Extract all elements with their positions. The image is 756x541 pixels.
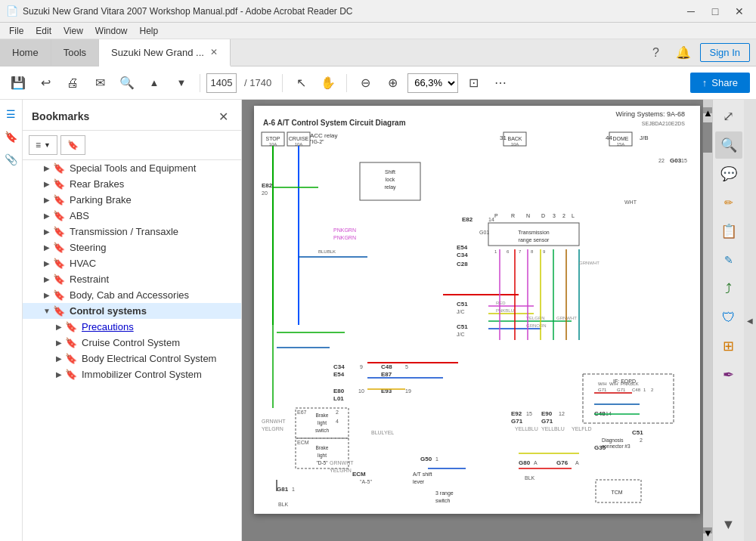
- pdf-area: Wiring Systems: 9A-68 A-6 A/T Control Sy…: [242, 100, 712, 541]
- chevron-right-icon: ▶: [41, 180, 53, 188]
- sidebar-item-precautions[interactable]: ▶ 🔖 Precautions: [23, 319, 241, 335]
- svg-text:E82: E82: [262, 182, 273, 189]
- svg-text:G76: G76: [556, 459, 569, 466]
- nav-panel-button[interactable]: ☰: [2, 104, 21, 124]
- sidebar-header: Bookmarks ✕: [23, 100, 241, 131]
- sidebar-item-body-cab[interactable]: ▶ 🔖 Body, Cab and Accessories: [23, 287, 241, 303]
- more-button[interactable]: ⋯: [488, 71, 513, 95]
- sidebar-item-label: Cruise Control System: [82, 337, 235, 348]
- sidebar-item-parking-brake[interactable]: ▶ 🔖 Parking Brake: [23, 192, 241, 208]
- compress-panel-button[interactable]: ⊞: [715, 332, 742, 360]
- svg-text:Brake: Brake: [316, 413, 329, 418]
- export-panel-button[interactable]: ⤴: [715, 275, 742, 302]
- pdf-scroll-thumb[interactable]: [703, 122, 712, 153]
- protect-panel-button[interactable]: 🛡: [715, 304, 742, 331]
- svg-text:3 range: 3 range: [435, 490, 454, 496]
- svg-text:YELGRN: YELGRN: [526, 316, 545, 320]
- attach-panel-button[interactable]: 📎: [2, 150, 21, 169]
- sidebar-menu-button[interactable]: ≡ ▼: [29, 135, 57, 155]
- page-number-input[interactable]: [206, 73, 237, 93]
- app-icon: 📄: [6, 5, 18, 17]
- svg-text:G71: G71: [511, 418, 523, 425]
- sign-in-button[interactable]: Sign In: [700, 43, 750, 62]
- search-panel-button[interactable]: 🔍: [715, 131, 742, 159]
- sidebar-item-transmission[interactable]: ▶ 🔖 Transmission / Transaxle: [23, 224, 241, 240]
- pdf-scrollbar[interactable]: ▲ ▼: [703, 100, 712, 541]
- tab-close-icon[interactable]: ✕: [210, 47, 218, 57]
- menu-edit[interactable]: Edit: [29, 24, 57, 38]
- sidebar-item-cruise-control[interactable]: ▶ 🔖 Cruise Control System: [23, 335, 241, 351]
- bookmark-panel-button[interactable]: 🔖: [2, 127, 21, 147]
- svg-text:lever: lever: [413, 479, 425, 484]
- pen-tool-button[interactable]: ✒: [715, 361, 742, 388]
- svg-text:C34: C34: [457, 252, 468, 258]
- back-button[interactable]: ↩: [33, 71, 57, 95]
- maximize-button[interactable]: □: [705, 1, 726, 22]
- bookmark-icon: 🔖: [53, 178, 65, 190]
- sidebar-content[interactable]: ▶ 🔖 Special Tools and Equipment ▶ 🔖 Rear…: [23, 160, 241, 541]
- svg-text:G01: G01: [479, 230, 489, 235]
- tab-document[interactable]: Suzuki New Grand ... ✕: [99, 39, 231, 66]
- pdf-scroll-up-button[interactable]: ▲: [703, 107, 712, 113]
- svg-text:"A-5": "A-5": [360, 479, 372, 484]
- sidebar-item-body-electrical[interactable]: ▶ 🔖 Body Electrical Control System: [23, 351, 241, 366]
- sidebar-item-steering[interactable]: ▶ 🔖 Steering: [23, 240, 241, 255]
- bookmark-icon: 🔖: [53, 305, 65, 317]
- svg-text:C34: C34: [333, 363, 345, 370]
- fit-page-button[interactable]: ⊡: [461, 71, 485, 95]
- save-button[interactable]: 💾: [6, 71, 30, 95]
- title-bar-text: Suzuki New Grand Vitara 2007 Workshop Ma…: [23, 6, 680, 17]
- fill-sign-panel-button[interactable]: ✏: [715, 189, 742, 216]
- svg-text:range sensor: range sensor: [519, 237, 550, 243]
- wiring-diagram: Wiring Systems: 9A-68 A-6 A/T Control Sy…: [254, 106, 700, 514]
- help-icon[interactable]: ?: [646, 42, 667, 63]
- zoom-up-button[interactable]: ▲: [142, 71, 166, 95]
- menu-file[interactable]: File: [3, 24, 29, 38]
- organize-panel-button[interactable]: 📋: [715, 218, 742, 245]
- email-button[interactable]: ✉: [88, 71, 112, 95]
- tab-home[interactable]: Home: [0, 39, 51, 66]
- svg-text:PNKGRN: PNKGRN: [333, 227, 356, 233]
- sidebar-item-immobilizer[interactable]: ▶ 🔖 Immobilizer Control System: [23, 366, 241, 382]
- svg-text:Shift: Shift: [385, 169, 395, 175]
- svg-text:E90: E90: [541, 410, 553, 417]
- sidebar-item-hvac[interactable]: ▶ 🔖 HVAC: [23, 255, 241, 271]
- sidebar-add-bookmark-button[interactable]: 🔖: [60, 135, 85, 155]
- menu-window[interactable]: Window: [89, 24, 134, 38]
- menu-view[interactable]: View: [57, 24, 89, 38]
- sidebar-item-abs[interactable]: ▶ 🔖 ABS: [23, 208, 241, 224]
- print-button[interactable]: 🖨: [60, 71, 85, 95]
- zoom-select[interactable]: 66,3% 50% 75% 100% 125%: [407, 73, 458, 93]
- menu-help[interactable]: Help: [134, 24, 165, 38]
- hand-tool-button[interactable]: ✋: [316, 71, 340, 95]
- close-button[interactable]: ✕: [729, 1, 750, 22]
- sidebar-item-control-systems[interactable]: ▼ 🔖 Control systems: [23, 303, 241, 319]
- svg-text:C48: C48: [632, 388, 641, 392]
- zoom-out-search-button[interactable]: 🔍: [115, 71, 139, 95]
- tab-tools[interactable]: Tools: [51, 39, 99, 66]
- zoom-in-button[interactable]: ⊕: [380, 71, 404, 95]
- comment-panel-button[interactable]: 💬: [715, 160, 742, 187]
- sidebar-item-special-tools[interactable]: ▶ 🔖 Special Tools and Equipment: [23, 160, 241, 176]
- tab-bar: Home Tools Suzuki New Grand ... ✕ ? 🔔 Si…: [0, 39, 756, 66]
- sidebar-item-restraint[interactable]: ▶ 🔖 Restraint: [23, 271, 241, 287]
- cursor-tool-button[interactable]: ↖: [289, 71, 313, 95]
- zoom-down-button[interactable]: ▼: [169, 71, 194, 95]
- main-area: ☰ 🔖 📎 Bookmarks ✕ ≡ ▼ 🔖 ▶ 🔖 Special Tool…: [0, 100, 756, 541]
- minimize-button[interactable]: ─: [680, 1, 702, 22]
- sidebar-close-button[interactable]: ✕: [214, 107, 232, 125]
- svg-text:A/T shift: A/T shift: [413, 471, 432, 477]
- share-button[interactable]: ↑ Share: [690, 73, 750, 93]
- sidebar-collapse-button[interactable]: ◀: [744, 100, 756, 541]
- svg-text:BLK: BLK: [525, 475, 535, 481]
- notifications-icon[interactable]: 🔔: [673, 42, 694, 63]
- title-bar: 📄 Suzuki New Grand Vitara 2007 Workshop …: [0, 0, 756, 23]
- zoom-out-button[interactable]: ⊖: [353, 71, 377, 95]
- svg-text:DOME: DOME: [613, 136, 629, 141]
- sidebar-item-rear-brakes[interactable]: ▶ 🔖 Rear Brakes: [23, 176, 241, 192]
- expand-panel-button[interactable]: ⤢: [715, 103, 742, 130]
- edit-pdf-panel-button[interactable]: ✎: [715, 246, 742, 274]
- pdf-scroll-down-button[interactable]: ▼: [703, 527, 712, 533]
- page-total: / 1740: [244, 77, 271, 88]
- right-toolbar-scroll-down[interactable]: ▼: [715, 511, 742, 538]
